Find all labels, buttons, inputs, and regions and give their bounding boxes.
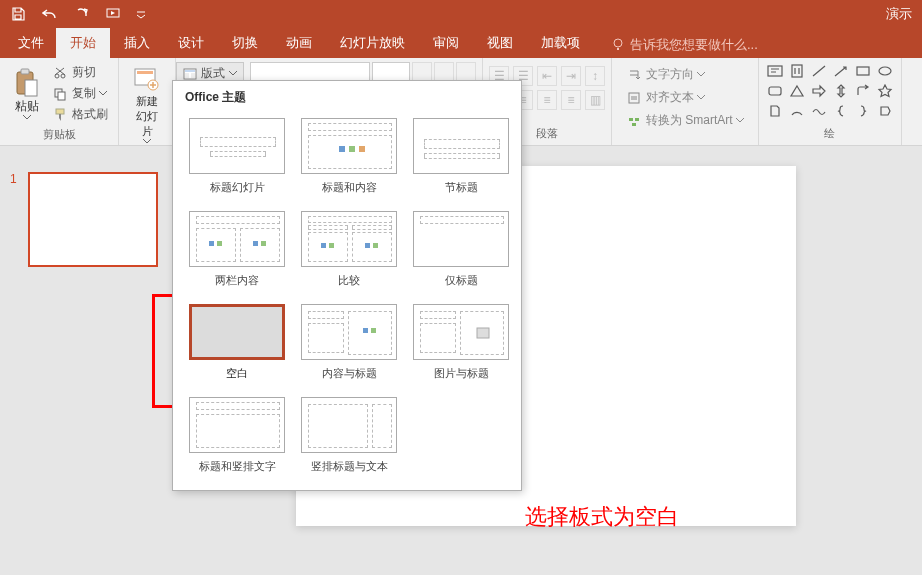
- text-controls-group: 文字方向 对齐文本 转换为 SmartArt: [612, 58, 759, 145]
- save-icon[interactable]: [6, 2, 30, 26]
- align-text-button[interactable]: 对齐文本: [622, 87, 748, 108]
- shape-brace-r-icon: [853, 102, 873, 120]
- shape-brace-l-icon: [831, 102, 851, 120]
- redo-icon[interactable]: [70, 2, 94, 26]
- align-text-icon: [626, 90, 642, 106]
- layout-title-slide[interactable]: 标题幻灯片: [185, 114, 289, 199]
- tab-view[interactable]: 视图: [473, 28, 527, 58]
- svg-rect-27: [349, 146, 355, 152]
- chevron-down-icon: [697, 72, 705, 77]
- svg-rect-23: [857, 67, 869, 75]
- text-direction-icon: [626, 67, 642, 83]
- layout-title-vertical[interactable]: 标题和竖排文字: [185, 393, 289, 478]
- cut-button[interactable]: 剪切: [48, 62, 112, 83]
- svg-rect-35: [365, 243, 370, 248]
- svg-rect-32: [261, 241, 266, 246]
- inc-indent-icon[interactable]: ⇥: [561, 66, 581, 86]
- layout-vertical-title[interactable]: 竖排标题与文本: [297, 393, 401, 478]
- new-slide-icon: [132, 64, 162, 94]
- layout-two-content[interactable]: 两栏内容: [185, 207, 289, 292]
- start-from-beginning-icon[interactable]: [102, 2, 126, 26]
- customize-qat-icon[interactable]: [134, 2, 148, 26]
- svg-rect-18: [629, 118, 633, 121]
- svg-rect-25: [769, 87, 781, 95]
- shape-arrow-right-icon: [809, 82, 829, 100]
- tab-animations[interactable]: 动画: [272, 28, 326, 58]
- layout-picture-caption[interactable]: 图片与标题: [409, 300, 513, 385]
- layout-icon: [183, 68, 197, 80]
- layout-theme-title: Office 主题: [173, 81, 521, 114]
- tab-design[interactable]: 设计: [164, 28, 218, 58]
- copy-button[interactable]: 复制: [48, 83, 112, 104]
- drawing-group-label: 绘: [765, 124, 895, 143]
- tab-addins[interactable]: 加载项: [527, 28, 594, 58]
- convert-smartart-button[interactable]: 转换为 SmartArt: [622, 110, 748, 131]
- tab-file[interactable]: 文件: [6, 28, 56, 58]
- dec-indent-icon[interactable]: ⇤: [537, 66, 557, 86]
- slide-thumbnail-1[interactable]: [28, 172, 158, 267]
- shape-line-icon: [809, 62, 829, 80]
- layout-title-only[interactable]: 仅标题: [409, 207, 513, 292]
- svg-rect-17: [629, 93, 639, 103]
- scissors-icon: [52, 65, 68, 81]
- layout-title-content[interactable]: 标题和内容: [297, 114, 401, 199]
- new-slide-button[interactable]: 新建幻灯片: [125, 62, 169, 146]
- svg-rect-37: [363, 328, 368, 333]
- layout-content-caption[interactable]: 内容与标题: [297, 300, 401, 385]
- undo-icon[interactable]: [38, 2, 62, 26]
- ribbon: 粘贴 剪切 复制 格式刷 剪贴板: [0, 58, 922, 146]
- smartart-icon: [626, 113, 642, 129]
- shape-textbox-icon: [765, 62, 785, 80]
- svg-rect-30: [217, 241, 222, 246]
- chevron-down-icon: [736, 118, 744, 123]
- svg-rect-22: [792, 65, 802, 77]
- tab-home[interactable]: 开始: [56, 28, 110, 58]
- slide-number: 1: [10, 172, 17, 186]
- align-right-icon[interactable]: ≡: [537, 90, 557, 110]
- svg-rect-38: [371, 328, 376, 333]
- text-direction-button[interactable]: 文字方向: [622, 64, 748, 85]
- paste-button[interactable]: 粘贴: [6, 62, 48, 125]
- tab-insert[interactable]: 插入: [110, 28, 164, 58]
- chevron-down-icon: [229, 71, 237, 76]
- svg-rect-28: [359, 146, 365, 152]
- layout-section[interactable]: 节标题: [409, 114, 513, 199]
- layout-blank[interactable]: 空白: [185, 300, 289, 385]
- svg-rect-20: [632, 123, 636, 126]
- shape-wave-icon: [809, 102, 829, 120]
- shape-oval-icon: [875, 62, 895, 80]
- justify-icon[interactable]: ≡: [561, 90, 581, 110]
- font-family-input[interactable]: [250, 62, 370, 82]
- format-painter-button[interactable]: 格式刷: [48, 104, 112, 125]
- font-size-input[interactable]: [372, 62, 410, 82]
- shape-arrow-ud-icon: [831, 82, 851, 100]
- shape-star-icon: [875, 82, 895, 100]
- svg-rect-31: [253, 241, 258, 246]
- tell-me-search[interactable]: 告诉我您想要做什么...: [604, 32, 766, 58]
- shape-doc-icon: [765, 102, 785, 120]
- svg-rect-15: [185, 73, 189, 78]
- titlebar: 演示: [0, 0, 922, 28]
- lightbulb-icon: [612, 38, 626, 52]
- tab-transitions[interactable]: 切换: [218, 28, 272, 58]
- svg-rect-11: [137, 71, 153, 74]
- chevron-down-icon: [99, 91, 107, 96]
- format-painter-icon: [52, 107, 68, 123]
- layout-comparison[interactable]: 比较: [297, 207, 401, 292]
- columns-icon[interactable]: ▥: [585, 90, 605, 110]
- shapes-gallery[interactable]: [765, 62, 895, 120]
- svg-rect-34: [329, 243, 334, 248]
- layout-dropdown: Office 主题 标题幻灯片 标题和内容 节标题 两栏内容 比较: [172, 80, 522, 491]
- line-spacing-icon[interactable]: ↕: [585, 66, 605, 86]
- shape-arc-icon: [787, 102, 807, 120]
- tab-review[interactable]: 审阅: [419, 28, 473, 58]
- shape-roundrect-icon: [765, 82, 785, 100]
- svg-rect-8: [58, 92, 65, 100]
- tab-slideshow[interactable]: 幻灯片放映: [326, 28, 419, 58]
- clipboard-group-label: 剪贴板: [6, 125, 112, 144]
- thumbnail-pane[interactable]: 1: [0, 146, 170, 575]
- svg-rect-36: [373, 243, 378, 248]
- shape-triangle-icon: [787, 82, 807, 100]
- svg-rect-19: [635, 118, 639, 121]
- svg-rect-21: [768, 66, 782, 76]
